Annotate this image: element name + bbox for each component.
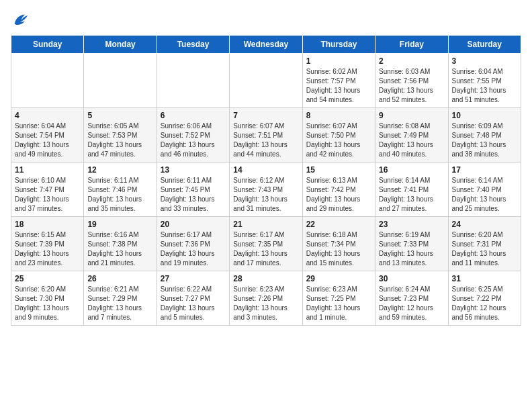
- page-header: [11, 11, 521, 30]
- day-number: 15: [306, 165, 371, 175]
- calendar-cell: 11Sunrise: 6:10 AM Sunset: 7:47 PM Dayli…: [11, 163, 84, 217]
- day-number: 19: [87, 220, 152, 229]
- calendar-cell: [84, 54, 157, 108]
- calendar-cell: 6Sunrise: 6:06 AM Sunset: 7:52 PM Daylig…: [157, 108, 229, 163]
- day-number: 28: [233, 274, 298, 283]
- calendar-cell: [157, 54, 229, 108]
- day-header-monday: Monday: [84, 36, 157, 54]
- calendar-cell: 4Sunrise: 6:04 AM Sunset: 7:54 PM Daylig…: [11, 108, 84, 163]
- day-info: Sunrise: 6:02 AM Sunset: 7:57 PM Dayligh…: [306, 67, 371, 105]
- day-number: 10: [452, 111, 517, 120]
- day-info: Sunrise: 6:08 AM Sunset: 7:49 PM Dayligh…: [379, 122, 444, 159]
- calendar-cell: 14Sunrise: 6:12 AM Sunset: 7:43 PM Dayli…: [230, 163, 302, 217]
- day-info: Sunrise: 6:15 AM Sunset: 7:39 PM Dayligh…: [15, 230, 80, 268]
- calendar-cell: 3Sunrise: 6:04 AM Sunset: 7:55 PM Daylig…: [448, 54, 521, 108]
- day-info: Sunrise: 6:23 AM Sunset: 7:26 PM Dayligh…: [233, 285, 298, 322]
- day-number: 27: [161, 274, 226, 283]
- day-info: Sunrise: 6:14 AM Sunset: 7:41 PM Dayligh…: [379, 176, 444, 214]
- day-number: 20: [161, 220, 226, 229]
- day-info: Sunrise: 6:21 AM Sunset: 7:29 PM Dayligh…: [87, 285, 152, 322]
- day-info: Sunrise: 6:09 AM Sunset: 7:48 PM Dayligh…: [452, 122, 517, 159]
- calendar-cell: 16Sunrise: 6:14 AM Sunset: 7:41 PM Dayli…: [375, 163, 448, 217]
- day-info: Sunrise: 6:12 AM Sunset: 7:43 PM Dayligh…: [233, 176, 298, 214]
- calendar-cell: 24Sunrise: 6:20 AM Sunset: 7:31 PM Dayli…: [448, 217, 521, 271]
- day-number: 26: [87, 274, 152, 283]
- calendar-cell: 7Sunrise: 6:07 AM Sunset: 7:51 PM Daylig…: [230, 108, 302, 163]
- calendar-cell: 31Sunrise: 6:25 AM Sunset: 7:22 PM Dayli…: [448, 271, 521, 326]
- calendar-cell: 8Sunrise: 6:07 AM Sunset: 7:50 PM Daylig…: [302, 108, 375, 163]
- calendar-table: SundayMondayTuesdayWednesdayThursdayFrid…: [11, 35, 521, 326]
- day-number: 2: [379, 56, 444, 66]
- calendar-cell: 12Sunrise: 6:11 AM Sunset: 7:46 PM Dayli…: [84, 163, 157, 217]
- day-number: 11: [15, 165, 80, 175]
- calendar-cell: 25Sunrise: 6:20 AM Sunset: 7:30 PM Dayli…: [11, 271, 84, 326]
- calendar-cell: 23Sunrise: 6:19 AM Sunset: 7:33 PM Dayli…: [375, 217, 448, 271]
- day-number: 21: [233, 220, 298, 229]
- week-row-1: 1Sunrise: 6:02 AM Sunset: 7:57 PM Daylig…: [11, 54, 521, 108]
- calendar-cell: 13Sunrise: 6:11 AM Sunset: 7:45 PM Dayli…: [157, 163, 229, 217]
- day-number: 22: [306, 220, 371, 229]
- day-info: Sunrise: 6:17 AM Sunset: 7:36 PM Dayligh…: [161, 230, 226, 268]
- day-number: 17: [452, 165, 517, 175]
- calendar-cell: 9Sunrise: 6:08 AM Sunset: 7:49 PM Daylig…: [375, 108, 448, 163]
- calendar-cell: 2Sunrise: 6:03 AM Sunset: 7:56 PM Daylig…: [375, 54, 448, 108]
- day-number: 14: [233, 165, 298, 175]
- day-number: 7: [233, 111, 298, 120]
- calendar-cell: 30Sunrise: 6:24 AM Sunset: 7:23 PM Dayli…: [375, 271, 448, 326]
- day-number: 23: [379, 220, 444, 229]
- day-info: Sunrise: 6:03 AM Sunset: 7:56 PM Dayligh…: [379, 67, 444, 105]
- days-header-row: SundayMondayTuesdayWednesdayThursdayFrid…: [11, 36, 521, 54]
- calendar-cell: 19Sunrise: 6:16 AM Sunset: 7:38 PM Dayli…: [84, 217, 157, 271]
- logo-icon: [11, 11, 30, 30]
- day-number: 24: [452, 220, 517, 229]
- day-number: 9: [379, 111, 444, 120]
- day-info: Sunrise: 6:11 AM Sunset: 7:45 PM Dayligh…: [161, 176, 226, 214]
- calendar-cell: 10Sunrise: 6:09 AM Sunset: 7:48 PM Dayli…: [448, 108, 521, 163]
- day-header-thursday: Thursday: [302, 36, 375, 54]
- calendar-cell: 1Sunrise: 6:02 AM Sunset: 7:57 PM Daylig…: [302, 54, 375, 108]
- calendar-cell: 20Sunrise: 6:17 AM Sunset: 7:36 PM Dayli…: [157, 217, 229, 271]
- calendar-cell: [230, 54, 302, 108]
- day-info: Sunrise: 6:24 AM Sunset: 7:23 PM Dayligh…: [379, 285, 444, 322]
- calendar-cell: 27Sunrise: 6:22 AM Sunset: 7:27 PM Dayli…: [157, 271, 229, 326]
- day-header-wednesday: Wednesday: [230, 36, 302, 54]
- calendar-cell: 17Sunrise: 6:14 AM Sunset: 7:40 PM Dayli…: [448, 163, 521, 217]
- day-number: 31: [452, 274, 517, 283]
- day-header-tuesday: Tuesday: [157, 36, 229, 54]
- day-number: 5: [87, 111, 152, 120]
- day-number: 6: [161, 111, 226, 120]
- day-info: Sunrise: 6:07 AM Sunset: 7:51 PM Dayligh…: [233, 122, 298, 159]
- day-info: Sunrise: 6:04 AM Sunset: 7:55 PM Dayligh…: [452, 67, 517, 105]
- calendar-cell: [11, 54, 84, 108]
- day-header-friday: Friday: [375, 36, 448, 54]
- day-number: 30: [379, 274, 444, 283]
- week-row-5: 25Sunrise: 6:20 AM Sunset: 7:30 PM Dayli…: [11, 271, 521, 326]
- day-header-saturday: Saturday: [448, 36, 521, 54]
- calendar-cell: 26Sunrise: 6:21 AM Sunset: 7:29 PM Dayli…: [84, 271, 157, 326]
- day-number: 29: [306, 274, 371, 283]
- day-info: Sunrise: 6:25 AM Sunset: 7:22 PM Dayligh…: [452, 285, 517, 322]
- day-info: Sunrise: 6:17 AM Sunset: 7:35 PM Dayligh…: [233, 230, 298, 268]
- day-number: 16: [379, 165, 444, 175]
- day-info: Sunrise: 6:11 AM Sunset: 7:46 PM Dayligh…: [87, 176, 152, 214]
- day-number: 4: [15, 111, 80, 120]
- day-info: Sunrise: 6:20 AM Sunset: 7:30 PM Dayligh…: [15, 285, 80, 322]
- day-number: 25: [15, 274, 80, 283]
- day-info: Sunrise: 6:22 AM Sunset: 7:27 PM Dayligh…: [161, 285, 226, 322]
- day-info: Sunrise: 6:14 AM Sunset: 7:40 PM Dayligh…: [452, 176, 517, 214]
- day-info: Sunrise: 6:10 AM Sunset: 7:47 PM Dayligh…: [15, 176, 80, 214]
- day-number: 1: [306, 56, 371, 66]
- day-number: 13: [161, 165, 226, 175]
- day-info: Sunrise: 6:18 AM Sunset: 7:34 PM Dayligh…: [306, 230, 371, 268]
- day-number: 8: [306, 111, 371, 120]
- week-row-2: 4Sunrise: 6:04 AM Sunset: 7:54 PM Daylig…: [11, 108, 521, 163]
- calendar-cell: 15Sunrise: 6:13 AM Sunset: 7:42 PM Dayli…: [302, 163, 375, 217]
- day-info: Sunrise: 6:23 AM Sunset: 7:25 PM Dayligh…: [306, 285, 371, 322]
- calendar-cell: 28Sunrise: 6:23 AM Sunset: 7:26 PM Dayli…: [230, 271, 302, 326]
- day-info: Sunrise: 6:19 AM Sunset: 7:33 PM Dayligh…: [379, 230, 444, 268]
- day-info: Sunrise: 6:04 AM Sunset: 7:54 PM Dayligh…: [15, 122, 80, 159]
- day-info: Sunrise: 6:07 AM Sunset: 7:50 PM Dayligh…: [306, 122, 371, 159]
- day-info: Sunrise: 6:16 AM Sunset: 7:38 PM Dayligh…: [87, 230, 152, 268]
- logo: [11, 11, 32, 30]
- calendar-cell: 21Sunrise: 6:17 AM Sunset: 7:35 PM Dayli…: [230, 217, 302, 271]
